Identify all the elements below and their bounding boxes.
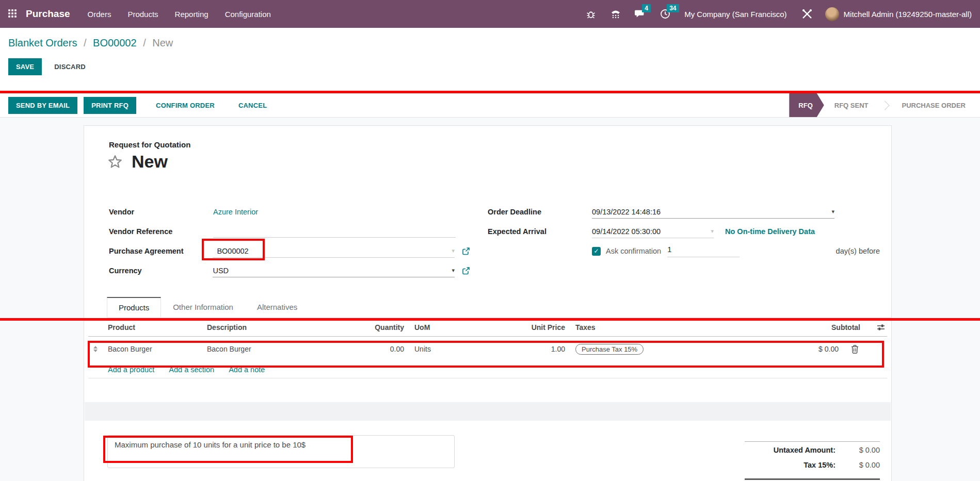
- total-separator-line: [745, 478, 880, 480]
- activities-badge: 34: [667, 4, 679, 12]
- cell-uom[interactable]: Units: [409, 345, 492, 353]
- col-quantity[interactable]: Quantity: [332, 323, 409, 331]
- cell-subtotal: $ 0.00: [762, 345, 844, 353]
- record-title: New: [132, 152, 168, 172]
- notebook-tabs: Products Other Information Alternatives: [107, 297, 891, 318]
- confirmation-days-value[interactable]: 1: [667, 245, 671, 254]
- cell-product[interactable]: Bacon Burger: [103, 345, 202, 353]
- list-add-row: Add a product Add a section Add a note: [88, 361, 887, 378]
- vendor-value[interactable]: Azure Interior: [213, 208, 258, 216]
- add-a-note-link[interactable]: Add a note: [229, 366, 265, 374]
- confirmation-days-input[interactable]: 1: [667, 245, 740, 257]
- add-a-product-link[interactable]: Add a product: [108, 366, 154, 374]
- app-name[interactable]: Purchase: [26, 8, 70, 20]
- untaxed-amount-label: Untaxed Amount:: [745, 446, 836, 454]
- menu-products[interactable]: Products: [127, 10, 158, 19]
- totals-block: Untaxed Amount: $ 0.00 Tax 15%: $ 0.00: [745, 441, 880, 476]
- vendor-reference-input[interactable]: [213, 225, 456, 238]
- user-avatar[interactable]: [825, 7, 839, 21]
- action-status-bar: SEND BY EMAIL PRINT RFQ CONFIRM ORDER CA…: [0, 93, 980, 118]
- external-link-icon[interactable]: [462, 267, 470, 275]
- cell-quantity[interactable]: 0.00: [332, 345, 409, 353]
- expected-arrival-value[interactable]: 09/14/2022 05:30:00: [592, 227, 661, 236]
- activities-clock-icon[interactable]: 34: [660, 8, 671, 20]
- add-a-section-link[interactable]: Add a section: [169, 366, 214, 374]
- chevron-right-icon: [880, 101, 890, 110]
- bug-icon[interactable]: [585, 8, 597, 20]
- tab-alternatives[interactable]: Alternatives: [245, 297, 309, 318]
- save-button[interactable]: SAVE: [8, 58, 42, 75]
- currency-select[interactable]: USD ▾: [213, 264, 455, 277]
- breadcrumb-separator: /: [80, 37, 90, 48]
- dropdown-caret-icon[interactable]: ▾: [452, 247, 455, 254]
- favorite-star-icon[interactable]: [107, 154, 123, 170]
- list-header-row: Product Description Quantity UoM Unit Pr…: [88, 318, 887, 337]
- status-step-rfq[interactable]: RFQ: [789, 93, 824, 117]
- tab-other-information[interactable]: Other Information: [161, 297, 245, 318]
- col-product[interactable]: Product: [103, 323, 202, 331]
- systray: 4 34: [585, 8, 671, 20]
- optional-columns-icon[interactable]: [865, 323, 887, 331]
- terms-note-textarea[interactable]: Maximum purchase of 10 units for a unit …: [107, 435, 455, 468]
- dropdown-caret-icon[interactable]: ▾: [711, 228, 714, 235]
- odoo-purchase-screen: Purchase Orders Products Reporting Confi…: [0, 0, 980, 481]
- control-panel-buttons: SAVE DISCARD: [8, 58, 88, 75]
- purchase-agreement-value[interactable]: BO00002: [213, 247, 248, 255]
- menu-configuration[interactable]: Configuration: [225, 10, 271, 19]
- print-rfq-button[interactable]: PRINT RFQ: [84, 97, 136, 114]
- currency-label: Currency: [109, 267, 213, 275]
- ask-confirmation-checkbox[interactable]: ✓: [592, 247, 601, 256]
- col-description[interactable]: Description: [202, 323, 332, 331]
- products-list: Product Description Quantity UoM Unit Pr…: [88, 318, 887, 378]
- order-deadline-label: Order Deadline: [488, 208, 592, 216]
- breadcrumb-bo00002[interactable]: BO00002: [93, 37, 137, 48]
- tax-pill[interactable]: Purchase Tax 15%: [575, 344, 644, 355]
- empty-list-stripe: [85, 402, 891, 421]
- drag-handle-icon[interactable]: [88, 346, 103, 352]
- order-deadline-input[interactable]: 09/13/2022 14:48:16 ▾: [592, 205, 834, 219]
- tab-products[interactable]: Products: [107, 297, 161, 318]
- confirm-order-button[interactable]: CONFIRM ORDER: [154, 97, 217, 114]
- breadcrumb-blanket-orders[interactable]: Blanket Orders: [8, 37, 77, 48]
- purchase-agreement-input[interactable]: BO00002 ▾: [213, 244, 455, 258]
- col-uom[interactable]: UoM: [409, 323, 492, 331]
- status-step-purchase-order[interactable]: PURCHASE ORDER: [896, 93, 971, 117]
- record-subtitle: Request for Quotation: [109, 140, 190, 149]
- messages-badge: 4: [642, 4, 651, 12]
- breadcrumb: Blanket Orders / BO00002 / New: [8, 37, 173, 49]
- messages-icon[interactable]: 4: [635, 8, 646, 20]
- breadcrumb-separator: /: [139, 37, 150, 48]
- dialer-icon[interactable]: [610, 8, 621, 20]
- external-link-icon[interactable]: [462, 247, 470, 255]
- company-switcher[interactable]: My Company (San Francisco): [684, 10, 786, 19]
- expected-arrival-input[interactable]: 09/14/2022 05:30:00 ▾: [592, 225, 714, 238]
- currency-value[interactable]: USD: [213, 267, 229, 275]
- send-by-email-button[interactable]: SEND BY EMAIL: [8, 97, 77, 114]
- delete-row-icon[interactable]: [844, 345, 865, 354]
- table-row-bacon-burger[interactable]: Bacon Burger Bacon Burger 0.00 Units 1.0…: [88, 337, 887, 361]
- col-subtotal[interactable]: Subtotal: [762, 323, 865, 331]
- untaxed-amount-value: $ 0.00: [836, 446, 880, 454]
- apps-grid-icon[interactable]: [8, 9, 18, 19]
- tax-label: Tax 15%:: [745, 461, 836, 469]
- vendor-reference-label: Vendor Reference: [109, 227, 213, 236]
- tax-value: $ 0.00: [836, 461, 880, 469]
- tools-icon[interactable]: [801, 8, 813, 20]
- cell-description[interactable]: Bacon Burger: [202, 345, 332, 353]
- top-navbar: Purchase Orders Products Reporting Confi…: [0, 0, 980, 28]
- cancel-button[interactable]: CANCEL: [236, 97, 269, 114]
- order-deadline-value[interactable]: 09/13/2022 14:48:16: [592, 208, 661, 216]
- vendor-label: Vendor: [109, 208, 213, 216]
- menu-orders[interactable]: Orders: [88, 10, 111, 19]
- on-time-delivery-link[interactable]: No On-time Delivery Data: [725, 227, 815, 236]
- col-taxes[interactable]: Taxes: [570, 323, 762, 331]
- breadcrumb-current: New: [152, 37, 173, 48]
- user-name[interactable]: Mitchell Admin (19249250-master-all): [844, 10, 972, 19]
- status-step-rfq-sent[interactable]: RFQ SENT: [829, 93, 874, 117]
- dropdown-caret-icon[interactable]: ▾: [452, 267, 455, 274]
- cell-unit-price[interactable]: 1.00: [492, 345, 570, 353]
- dropdown-caret-icon[interactable]: ▾: [831, 208, 834, 215]
- menu-reporting[interactable]: Reporting: [175, 10, 208, 19]
- discard-button[interactable]: DISCARD: [52, 58, 88, 75]
- col-unit-price[interactable]: Unit Price: [492, 323, 570, 331]
